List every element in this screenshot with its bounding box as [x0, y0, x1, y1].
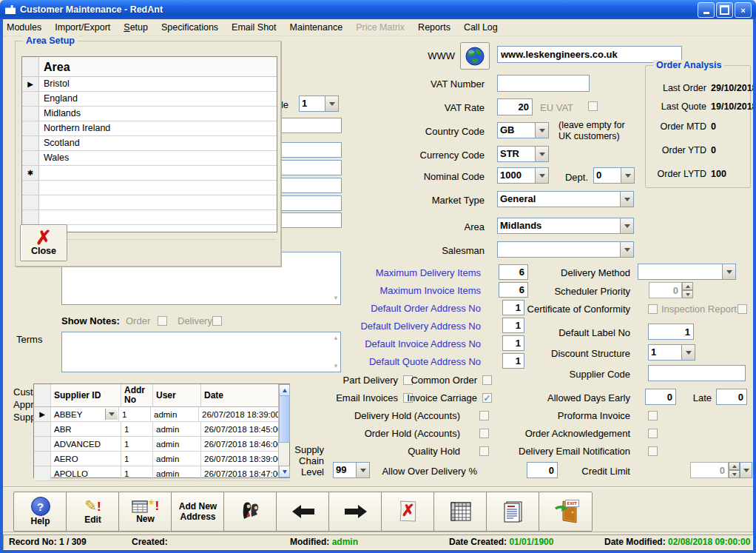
supplier-code-input[interactable] [648, 365, 746, 381]
previous-record-button[interactable] [276, 492, 330, 532]
supply-chain-level-combo[interactable]: 99 [333, 462, 370, 478]
credit-limit-dropdown[interactable] [740, 462, 752, 478]
maximize-button[interactable] [716, 2, 733, 18]
menu-maintenance[interactable]: Maintenance [283, 20, 350, 35]
chevron-down-icon[interactable] [535, 147, 548, 161]
red-x-icon: ✗ [36, 229, 52, 246]
eu-vat-checkbox[interactable] [588, 101, 598, 111]
area-new-row[interactable]: ✱ [22, 166, 277, 181]
vat-number-input[interactable] [497, 75, 590, 92]
next-record-button[interactable] [328, 492, 382, 532]
spin-up-icon[interactable] [682, 282, 693, 290]
scroll-down-icon[interactable]: ▼ [333, 295, 339, 301]
salesman-combo[interactable] [497, 241, 634, 258]
help-button[interactable]: ? Help [13, 492, 67, 532]
vat-number-label: VAT Number [337, 78, 485, 90]
salesman-label: Salesman [337, 245, 485, 256]
table-row[interactable]: ABR 1 admin 26/07/2018 18:45:00 [34, 422, 289, 437]
show-notes-delivery-checkbox[interactable] [212, 316, 222, 326]
credit-limit-spinner[interactable] [729, 462, 740, 478]
chevron-down-icon[interactable] [740, 463, 752, 477]
chevron-down-icon[interactable] [621, 168, 634, 183]
dept-combo[interactable]: 0 [593, 167, 635, 184]
vat-rate-input[interactable] [497, 98, 533, 115]
row-pointer-icon: ▶ [34, 407, 51, 421]
allowed-days-early-input[interactable] [645, 389, 676, 405]
spin-down-icon[interactable] [682, 290, 693, 298]
table-row[interactable]: ADVANCED 1 admin 26/07/2018 18:46:00 [34, 437, 289, 452]
area-row[interactable]: England [22, 92, 277, 107]
table-view-button[interactable] [433, 492, 487, 532]
menu-call-log[interactable]: Call Log [457, 20, 504, 35]
menu-setup[interactable]: Setup [117, 20, 155, 35]
hidden-field-4[interactable] [272, 178, 342, 193]
spin-up-icon[interactable] [729, 462, 740, 470]
inspection-report-checkbox[interactable] [738, 304, 747, 314]
delivery-method-combo[interactable] [638, 264, 736, 280]
area-row[interactable]: Scotland [22, 136, 277, 151]
area-row[interactable]: Northern Ireland [22, 121, 277, 136]
scheduler-priority-spinner[interactable] [682, 282, 693, 298]
spin-down-icon[interactable] [729, 470, 740, 478]
late-input[interactable] [716, 389, 747, 405]
chevron-down-icon[interactable] [722, 264, 735, 279]
hidden-field-6[interactable] [272, 212, 342, 228]
scroll-down-icon[interactable] [279, 466, 290, 477]
delivery-email-notification-checkbox[interactable] [648, 446, 658, 456]
area-row[interactable]: Wales [22, 151, 277, 166]
scrollbar-thumb[interactable] [279, 395, 290, 443]
delete-button[interactable]: ✗ [381, 492, 435, 532]
scroll-up-icon[interactable] [279, 384, 290, 396]
chevron-down-icon[interactable] [620, 242, 633, 257]
hidden-field-1[interactable] [272, 118, 342, 133]
area-row[interactable]: Midlands [22, 107, 277, 121]
add-new-address-button[interactable]: Add New Address [171, 492, 225, 532]
chevron-down-icon[interactable] [535, 168, 548, 183]
contacts-button[interactable] [223, 492, 277, 532]
country-code-combo[interactable]: GB [497, 122, 549, 138]
style-combo[interactable]: 1 [299, 95, 339, 112]
close-dialog-button[interactable]: ✗ Close [20, 224, 67, 261]
scroll-down-icon[interactable]: ▼ [333, 363, 339, 369]
area-combo[interactable]: Midlands [497, 218, 634, 234]
chevron-down-icon[interactable] [620, 218, 633, 233]
terms-textarea[interactable] [61, 332, 341, 372]
show-notes-order-checkbox[interactable] [158, 316, 167, 326]
proforma-invoice-checkbox[interactable] [648, 411, 658, 420]
minimize-button[interactable] [698, 2, 715, 18]
menu-specifications[interactable]: Specifications [155, 20, 225, 35]
order-acknowledgement-checkbox[interactable] [648, 429, 658, 438]
table-row[interactable]: AERO 1 admin 26/07/2018 18:39:00 [34, 452, 289, 466]
credit-limit-input[interactable] [690, 462, 729, 478]
chevron-down-icon[interactable] [681, 345, 695, 360]
menu-email-shot[interactable]: Email Shot [225, 20, 283, 35]
table-row[interactable]: APOLLO 1 admin 26/07/2018 18:47:00 [34, 466, 289, 481]
www-globe-button[interactable] [460, 42, 490, 70]
scroll-up-icon[interactable]: ▲ [333, 335, 339, 341]
certificate-of-conformity-checkbox[interactable] [648, 304, 658, 314]
nominal-code-combo[interactable]: 1000 [497, 167, 549, 184]
chevron-down-icon[interactable] [620, 192, 633, 207]
chevron-down-icon[interactable] [105, 409, 118, 420]
hidden-field-5[interactable] [272, 195, 342, 211]
menu-import-export[interactable]: Import/Export [48, 20, 117, 35]
exit-button[interactable]: EXIT [539, 492, 593, 532]
area-row[interactable]: ▶ Bristol [22, 77, 277, 92]
discount-structure-combo[interactable]: 1 [648, 344, 695, 361]
edit-button[interactable]: ✎! Edit [66, 492, 120, 532]
scheduler-priority-input[interactable] [649, 282, 682, 298]
close-button[interactable]: × [735, 2, 752, 18]
new-button[interactable]: ★ ! New [118, 492, 172, 532]
table-row[interactable]: ▶ ABBEY 1 admin 26/07/2018 18:39:00 [34, 407, 289, 422]
menu-modules[interactable]: Modules [0, 20, 48, 35]
hidden-field-2[interactable] [272, 142, 342, 158]
market-type-combo[interactable]: General [497, 191, 634, 207]
default-label-no-input[interactable] [648, 324, 694, 340]
hidden-field-3[interactable] [272, 160, 342, 175]
chevron-down-icon[interactable] [535, 123, 548, 138]
currency-code-combo[interactable]: STR [497, 146, 549, 162]
suppliers-scrollbar[interactable] [278, 384, 289, 477]
chevron-down-icon[interactable] [325, 96, 338, 111]
report-button[interactable] [486, 492, 540, 532]
menu-reports[interactable]: Reports [411, 20, 457, 35]
